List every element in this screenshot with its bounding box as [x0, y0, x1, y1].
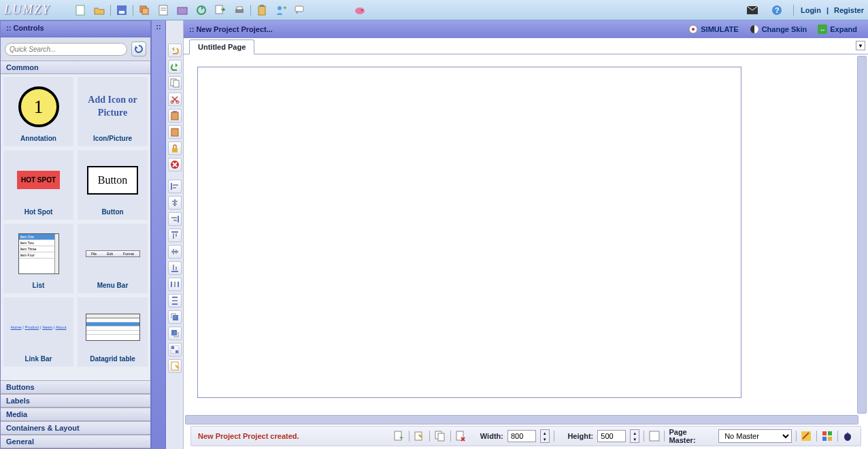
width-spinner[interactable]: ▲▼	[540, 429, 550, 443]
panel-handle[interactable]: ::	[151, 20, 166, 449]
copy-multi-icon[interactable]	[138, 4, 150, 16]
separator	[816, 431, 817, 442]
svg-rect-51	[174, 282, 176, 287]
master-select[interactable]: No Master	[718, 429, 791, 443]
width-input[interactable]	[507, 430, 536, 442]
duplicate-page-icon[interactable]	[434, 430, 446, 442]
chat-icon[interactable]	[294, 4, 306, 16]
iconpic-thumb: Add Icon or Picture	[79, 94, 146, 118]
login-link[interactable]: Login	[801, 6, 821, 14]
bottom-bar: New Project Project created. + Width: ▲▼…	[190, 426, 861, 446]
svg-rect-29	[171, 129, 178, 136]
svg-rect-35	[174, 199, 176, 206]
bgcolor-swatch[interactable]	[648, 430, 661, 442]
align-top-button[interactable]	[168, 229, 182, 242]
register-link[interactable]: Register	[834, 6, 864, 14]
search-input[interactable]	[5, 43, 127, 56]
help-icon[interactable]: ?	[771, 4, 783, 16]
change-skin-button[interactable]: Change Skin	[744, 23, 813, 35]
control-datagrid[interactable]: Datagrid table	[78, 297, 148, 367]
master-label: Page Master:	[669, 428, 714, 444]
accordion-buttons[interactable]: Buttons	[1, 380, 150, 394]
search-refresh-button[interactable]	[131, 41, 146, 56]
clipboard-icon[interactable]	[256, 4, 268, 16]
svg-rect-76	[828, 431, 832, 435]
new-file-icon[interactable]	[74, 4, 86, 16]
canvas-region: :: New Project Project... SIMULATE Chang…	[184, 20, 868, 449]
cut-button[interactable]	[168, 93, 182, 106]
canvas-header: :: New Project Project... SIMULATE Chang…	[184, 20, 868, 38]
redo-button[interactable]	[168, 60, 182, 73]
align-left-button[interactable]	[168, 180, 182, 193]
vertical-scrollbar[interactable]	[857, 56, 867, 414]
svg-rect-50	[171, 282, 172, 287]
undo-button[interactable]	[168, 44, 182, 57]
sketch-style-icon[interactable]	[800, 430, 812, 442]
control-menubar[interactable]: FileEditFormat Menu Bar	[78, 224, 148, 293]
control-linkbar[interactable]: Home | Product | News | About Link Bar	[3, 297, 73, 367]
delete-button[interactable]	[168, 158, 182, 171]
svg-text:+: +	[399, 434, 403, 442]
distribute-h-button[interactable]	[168, 278, 182, 291]
edit-page-button[interactable]	[168, 359, 182, 373]
svg-rect-46	[176, 250, 177, 254]
delete-page-icon[interactable]	[455, 430, 467, 442]
control-button[interactable]: Button Button	[78, 150, 148, 220]
mail-icon[interactable]	[746, 4, 758, 16]
group-button[interactable]	[168, 343, 182, 356]
accordion-media[interactable]: Media	[1, 408, 150, 421]
simulate-button[interactable]: SIMULATE	[683, 23, 744, 35]
separator	[250, 5, 251, 16]
accordion-general[interactable]: General	[1, 435, 150, 448]
align-middle-v-button[interactable]	[168, 245, 182, 259]
vertical-toolbar	[166, 20, 184, 449]
copy-button[interactable]	[168, 76, 182, 90]
control-hotspot[interactable]: HOT SPOT Hot Spot	[3, 150, 73, 220]
page-settings-icon[interactable]	[157, 4, 169, 16]
add-user-icon[interactable]: +	[275, 4, 287, 16]
horizontal-scrollbar[interactable]	[185, 415, 858, 425]
project-title: :: New Project Project...	[189, 25, 273, 33]
controls-panel-header: :: Controls	[1, 21, 150, 37]
align-right-button[interactable]	[168, 212, 182, 226]
lock-button[interactable]	[168, 142, 182, 155]
refresh-icon[interactable]	[195, 4, 207, 16]
apple-icon[interactable]	[841, 430, 854, 442]
accordion-common[interactable]: Common	[1, 61, 150, 74]
control-list[interactable]: Item One Item Two Item Three Item Four L…	[3, 224, 73, 293]
status-message: New Project Project created.	[198, 432, 388, 440]
open-file-icon[interactable]	[93, 4, 105, 16]
page-tab[interactable]: Untitled Page	[189, 39, 254, 54]
send-back-button[interactable]	[168, 327, 182, 340]
bring-front-button[interactable]	[168, 310, 182, 324]
save-icon[interactable]	[116, 4, 128, 16]
library-icon[interactable]	[176, 4, 188, 16]
align-bottom-button[interactable]	[168, 261, 182, 275]
print-icon[interactable]	[233, 4, 246, 16]
control-iconpicture[interactable]: Add Icon or Picture Icon/Picture	[78, 77, 148, 146]
distribute-v-button[interactable]	[168, 294, 182, 307]
svg-rect-0	[76, 5, 84, 15]
add-page-icon[interactable]: +	[393, 430, 405, 442]
export-icon[interactable]	[214, 4, 227, 16]
align-center-h-button[interactable]	[168, 196, 182, 210]
expand-button[interactable]: ↔ Expand	[812, 23, 863, 35]
svg-rect-27	[171, 112, 178, 120]
separator	[554, 431, 554, 442]
accordion-containers[interactable]: Containers & Layout	[1, 421, 150, 435]
windows-icon[interactable]	[821, 430, 833, 442]
height-input[interactable]	[597, 430, 626, 442]
separator	[644, 431, 644, 442]
accordion-labels[interactable]: Labels	[1, 394, 150, 408]
svg-rect-53	[172, 297, 178, 298]
edit-page-icon[interactable]	[414, 430, 426, 442]
height-spinner[interactable]: ▲▼	[630, 429, 639, 443]
paste-button[interactable]	[168, 109, 182, 122]
control-annotation[interactable]: 1 Annotation	[3, 77, 73, 146]
canvas-page[interactable]	[197, 67, 741, 398]
iconpic-label: Icon/Picture	[79, 135, 146, 142]
piggy-icon[interactable]	[354, 4, 366, 16]
tab-strip: Untitled Page ▼	[184, 38, 868, 54]
paste-special-button[interactable]	[168, 125, 182, 139]
tab-menu-button[interactable]: ▼	[856, 41, 865, 50]
